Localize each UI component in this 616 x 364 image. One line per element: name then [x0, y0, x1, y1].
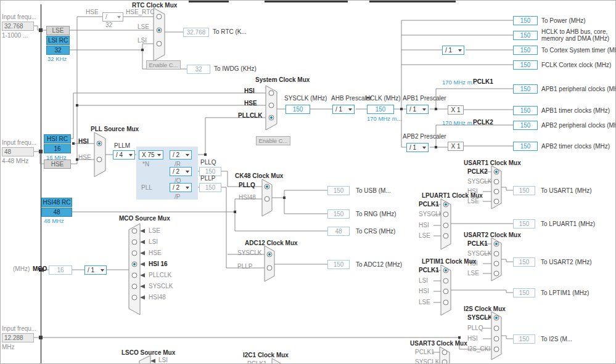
usb-frequency-box: 150	[327, 186, 350, 195]
mux-radio[interactable]	[97, 157, 102, 162]
mux-radio[interactable]	[132, 284, 137, 289]
power-frequency-box: 150	[513, 16, 538, 25]
usart2-input-label: PCLK1	[467, 240, 491, 248]
cortex-timer-label: To Cortex System timer (MH...	[541, 47, 616, 54]
mux-radio[interactable]	[494, 179, 499, 184]
mux-radio[interactable]	[132, 273, 137, 278]
rng-frequency-box: 150	[327, 209, 350, 219]
mux-radio[interactable]	[132, 240, 137, 245]
pllp-label: PLLP	[200, 175, 215, 182]
mux-radio[interactable]	[442, 350, 447, 355]
pllp-dropdown[interactable]: / 2	[170, 183, 192, 192]
lsi-value-box[interactable]: 32	[46, 46, 70, 55]
mux-radio[interactable]	[267, 265, 272, 270]
apb2-timer-multiplier: X 1	[448, 142, 464, 151]
mux-radio[interactable]	[494, 326, 499, 331]
apb2-prescaler-label: APB2 Prescaler	[403, 133, 446, 140]
mux-radio[interactable]	[443, 212, 448, 217]
mux-radio[interactable]	[157, 41, 162, 46]
hse-source-box[interactable]: HSE	[44, 160, 71, 169]
usart1-frequency-box: 150	[513, 186, 535, 195]
hsi-rc-source-box[interactable]: HSI RC	[44, 134, 71, 144]
hsi48-rc-source-box[interactable]: HSI48 RC	[41, 198, 72, 207]
i2c1-input-label: PCLK1	[247, 360, 269, 364]
mux-radio[interactable]	[157, 14, 162, 19]
mux-radio[interactable]	[494, 336, 499, 341]
mux-radio[interactable]	[443, 300, 448, 305]
clipped-toolbar-remnant	[189, 1, 229, 2]
mux-radio[interactable]	[443, 223, 448, 228]
apb1-prescaler-label: APB1 Prescaler	[403, 95, 446, 102]
enable-css-button[interactable]: Enable C...	[256, 136, 290, 145]
lpuart1-input-label: PCLK1	[419, 201, 441, 208]
fclk-label: FCLK Cortex clock (MHz)	[541, 62, 611, 69]
apb1-timer-frequency-box: 150	[513, 106, 538, 115]
pclk1-label: PCLK1	[473, 78, 493, 86]
usart2-input-label: SYSCLK	[467, 250, 491, 257]
usart3-clock-mux-shape	[440, 347, 450, 364]
apb2-prescaler-dropdown[interactable]: / 1	[406, 143, 429, 152]
arrow-left-icon	[140, 273, 145, 278]
plln-dropdown[interactable]: X 75	[139, 150, 163, 160]
rtc-clock-mux-shape	[154, 8, 165, 61]
hsi48-value-box[interactable]: 48	[41, 208, 72, 217]
lse-source-box[interactable]: LSE	[46, 26, 70, 35]
mux-radio[interactable]	[494, 347, 499, 352]
lpuart1-frequency-box: 150	[513, 219, 535, 229]
rtc-hse-divider-dropdown[interactable]: / 32	[102, 12, 123, 22]
to-lpuart1-label: To LPUART1 (MHz)	[541, 220, 595, 228]
mux-radio[interactable]	[443, 289, 448, 294]
i2c1-clock-mux-shape	[272, 358, 282, 364]
rtc-hse-rtc-label: HSE_RTC	[126, 9, 155, 16]
hclk-frequency-box[interactable]: 150	[367, 105, 394, 114]
mux-radio[interactable]	[494, 199, 499, 204]
enable-clock-button[interactable]: Enable C...	[146, 60, 181, 70]
mco-unit-label: (MHz)	[13, 265, 30, 273]
hsi-value-box[interactable]: 16	[44, 144, 71, 153]
mux-radio[interactable]	[494, 271, 499, 276]
hclk-max-note: 170 MHz m...	[367, 115, 402, 122]
pllr-dropdown[interactable]: / 2	[170, 150, 192, 160]
input-freq1-field[interactable]: 32.768	[2, 22, 34, 31]
pllm-dropdown[interactable]: / 4	[113, 150, 135, 160]
mux-radio[interactable]	[269, 103, 274, 108]
mux-radio[interactable]	[442, 360, 447, 364]
input-freq2-field[interactable]: 48	[2, 147, 34, 156]
mco-divider-dropdown[interactable]: / 1	[84, 265, 107, 275]
i2s-input-label: SYSCLK	[467, 314, 491, 322]
mux-radio[interactable]	[132, 251, 137, 256]
mco-input-label: SYSCLK	[149, 283, 173, 290]
mux-radio[interactable]	[443, 278, 448, 283]
cortex-divider-dropdown[interactable]: / 1	[442, 46, 464, 55]
lsi-rc-source-box[interactable]: LSI RC	[46, 36, 70, 45]
mux-radio[interactable]	[443, 233, 448, 238]
mux-radio[interactable]	[494, 251, 499, 256]
pllq-dropdown[interactable]: / 2	[170, 167, 192, 176]
hsi48-frequency-note: 48 MHz	[44, 217, 64, 224]
mux-radio[interactable]	[269, 91, 274, 95]
input-freq3-field[interactable]: 12.288	[2, 333, 34, 342]
usart2-input-label: LSE	[467, 270, 491, 277]
lpuart1-input-label: LSE	[419, 232, 441, 240]
arrow-left-icon	[140, 251, 145, 256]
cortex-timer-frequency-box: 150	[513, 46, 538, 55]
mux-radio[interactable]	[132, 295, 137, 300]
sys-hse-label: HSE	[244, 100, 257, 107]
sysclk-label: SYSCLK (MHz)	[284, 95, 327, 102]
apb1-prescaler-dropdown[interactable]: / 1	[406, 105, 429, 114]
usart2-clock-mux-shape	[491, 238, 501, 281]
mux-radio[interactable]	[132, 229, 137, 233]
mux-radio[interactable]	[494, 261, 499, 266]
apb2-timer-label: APB2 timer clocks (MHz)	[541, 143, 610, 150]
mux-radio[interactable]	[265, 196, 269, 201]
arrow-left-icon	[140, 296, 145, 300]
ahb-prescaler-dropdown[interactable]: / 1	[332, 105, 355, 114]
crs-frequency-box: 48	[327, 227, 350, 236]
rtc-lse-label: LSE	[138, 23, 149, 31]
mux-radio[interactable]	[494, 189, 499, 194]
to-adc12-label: To ADC12 (MHz)	[356, 261, 402, 269]
apb2-peripheral-label: APB2 peripheral clocks (MHz)	[541, 122, 616, 129]
lptim1-frequency-box: 150	[513, 288, 535, 297]
input-freq3-label: Input frequ...	[2, 325, 36, 333]
lsco-input-label: LSI	[158, 357, 168, 364]
